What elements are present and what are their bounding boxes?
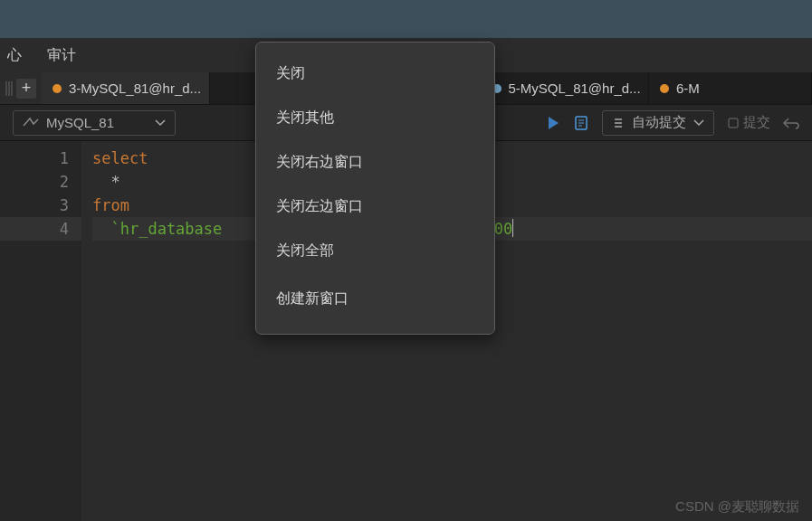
code-keyword: select: [92, 149, 148, 167]
line-number: 2: [0, 170, 69, 194]
tab-handle-icon: [5, 80, 13, 98]
menu-item-xin[interactable]: 心: [7, 46, 22, 65]
connection-selector[interactable]: MySQL_81: [13, 110, 176, 136]
list-icon: [612, 117, 625, 129]
commit-label: 提交: [743, 114, 770, 131]
code-text: *: [92, 173, 120, 191]
tab-context-menu: 关闭 关闭其他 关闭右边窗口 关闭左边窗口 关闭全部 创建新窗口: [255, 42, 495, 335]
watermark: CSDN @麦聪聊数据: [675, 498, 799, 516]
connection-arrow-icon: [23, 117, 39, 129]
menu-item-audit[interactable]: 审计: [47, 46, 76, 65]
tab-3[interactable]: 5-MySQL_81@hr_d...: [482, 72, 650, 104]
window-titlebar: [0, 0, 812, 38]
tab-1[interactable]: 3-MySQL_81@hr_d...: [42, 72, 210, 104]
auto-commit-selector[interactable]: 自动提交: [602, 110, 714, 136]
line-number: 4: [0, 217, 81, 241]
tab-label: 6-M: [676, 81, 700, 96]
add-tab-button[interactable]: +: [16, 79, 36, 99]
code-string: `hr_database: [92, 220, 222, 238]
menu-close-all[interactable]: 关闭全部: [256, 231, 494, 271]
menu-new-window[interactable]: 创建新窗口: [256, 279, 494, 319]
menu-close-right[interactable]: 关闭右边窗口: [256, 142, 494, 183]
chevron-down-icon: [693, 119, 704, 127]
chevron-down-icon: [155, 119, 166, 127]
commit-button[interactable]: 提交: [727, 114, 770, 131]
tab-4[interactable]: 6-M: [649, 72, 812, 104]
tab-label: 3-MySQL_81@hr_d...: [69, 81, 201, 96]
line-number: 1: [0, 147, 69, 170]
run-button[interactable]: [546, 116, 560, 130]
menu-close-others[interactable]: 关闭其他: [256, 98, 494, 138]
document-button[interactable]: [573, 115, 589, 131]
line-number: 3: [0, 194, 69, 217]
auto-commit-label: 自动提交: [632, 114, 686, 131]
line-gutter: 1 2 3 4: [0, 141, 81, 521]
code-keyword: from: [92, 196, 129, 214]
svg-rect-1: [729, 118, 738, 128]
connection-label: MySQL_81: [46, 115, 114, 130]
undo-button[interactable]: [783, 117, 799, 129]
menu-close[interactable]: 关闭: [256, 53, 494, 94]
tab-status-icon: [53, 84, 62, 93]
tab-prefix: +: [0, 72, 42, 104]
menu-close-left[interactable]: 关闭左边窗口: [256, 186, 494, 227]
tab-status-icon: [660, 84, 669, 93]
tab-label: 5-MySQL_81@hr_d...: [509, 81, 641, 96]
text-cursor: [512, 219, 513, 237]
